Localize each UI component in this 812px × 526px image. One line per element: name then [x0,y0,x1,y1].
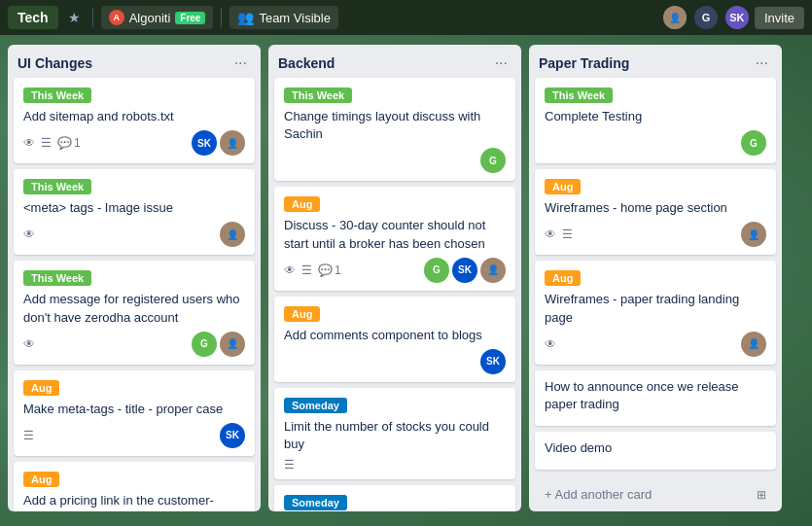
list-item[interactable]: This WeekChange timings layout discuss w… [274,78,515,181]
comment-icon: 💬1 [57,136,81,150]
list-header-paper-trading: Paper Trading··· [529,45,782,78]
card-text: Make meta-tags - title - proper case [23,401,245,418]
card-avatar-face[interactable]: 👤 [741,222,766,247]
card-avatar-sk[interactable]: SK [220,423,245,448]
list-paper-trading: Paper Trading···This WeekComplete Testin… [529,45,782,511]
avatar-user[interactable]: 👤 [661,4,688,31]
card-avatars: G [480,148,506,173]
card-label-tag: This Week [545,88,613,103]
list-item[interactable]: This WeekAdd sitemap and robots.txt👁☰💬1S… [14,78,255,163]
list-item[interactable]: SomedayAdmin panel... [274,485,515,511]
card-label-tag: Someday [284,398,347,413]
card-text: Add a pricing link in the customer-menu [23,492,245,511]
list-icon: ☰ [301,263,312,277]
star-button[interactable]: ★ [64,6,85,29]
list-backend: Backend···This WeekChange timings layout… [268,45,521,511]
card-label-tag: This Week [23,179,91,194]
list-item[interactable]: This WeekComplete TestingG [535,78,776,163]
card-avatar-sk[interactable]: SK [452,258,477,283]
card-label-tag: Aug [545,179,581,194]
list-item[interactable]: This WeekAdd message for registered user… [14,261,255,364]
card-text: Video demo [545,439,766,457]
card-avatars: SK [220,423,245,448]
card-avatar-sk[interactable]: SK [480,349,506,374]
list-header-ui-changes: UI Changes··· [8,45,261,78]
algoniti-name: Algoniti [129,11,171,25]
list-item[interactable]: How to announce once we release paper tr… [535,370,776,426]
free-badge: Free [175,12,205,24]
card-avatar-g[interactable]: G [192,332,217,357]
list-item[interactable]: AugDiscuss - 30-day counter should not s… [274,187,515,290]
card-icon-group: ☰ [284,458,295,472]
card-avatars: 👤 [741,332,766,357]
list-title-backend: Backend [278,55,335,71]
list-menu-backend[interactable]: ··· [491,53,512,74]
card-label-tag: Aug [23,380,59,396]
avatar-sk[interactable]: SK [724,4,751,31]
card-avatar-face[interactable]: 👤 [220,332,245,357]
list-icon: ☰ [23,429,34,442]
avatar-g[interactable]: G [692,4,720,31]
board: UI Changes···This WeekAdd sitemap and ro… [0,35,812,526]
list-item[interactable]: This Week<meta> tags - Image issue👁👤 [14,169,255,255]
add-card-button[interactable]: + Add another card⊞ [535,481,776,508]
card-footer: 👁👤 [545,332,766,357]
card-avatar-g[interactable]: G [480,148,506,173]
card-icon-group: 👁☰💬1 [284,263,341,277]
card-label-tag: Aug [284,196,320,212]
card-text: Add comments component to blogs [284,327,506,344]
card-footer: 👁☰💬1SK👤 [23,130,245,156]
header-divider-2 [221,8,222,27]
list-title-ui-changes: UI Changes [18,55,92,71]
card-avatars: G👤 [192,332,245,357]
eye-icon: 👁 [23,337,35,351]
eye-icon: 👁 [545,337,556,351]
card-avatar-face[interactable]: 👤 [220,222,245,247]
card-text: Add sitemap and robots.txt [23,108,245,125]
people-icon: 👥 [237,10,254,25]
team-label: Team Visible [259,11,330,25]
list-menu-paper-trading[interactable]: ··· [752,53,772,74]
eye-icon: 👁 [23,228,35,241]
board-name[interactable]: Tech [8,6,58,29]
algoniti-button[interactable]: A Algoniti Free [101,6,214,29]
list-item[interactable]: AugAdd a pricing link in the customer-me… [14,462,255,511]
team-visible-button[interactable]: 👥 Team Visible [229,6,337,29]
card-label-tag: Aug [23,472,59,487]
card-icon-group: ☰ [23,429,34,442]
eye-icon: 👁 [23,136,35,150]
card-label-tag: This Week [23,270,91,286]
list-item[interactable]: AugWireframes - home page section👁☰👤 [535,169,776,255]
card-label-tag: This Week [23,88,91,103]
card-avatars: SK👤 [192,130,245,156]
list-menu-ui-changes[interactable]: ··· [230,53,251,74]
list-content-paper-trading: This WeekComplete TestingGAugWireframes … [529,78,782,481]
comment-icon: 💬1 [318,263,341,277]
card-avatars: GSK👤 [424,258,506,283]
card-text: Complete Testing [545,108,766,125]
list-icon: ☰ [562,228,573,241]
list-item[interactable]: Video demo [535,432,776,470]
card-avatar-g[interactable]: G [741,130,766,156]
card-footer: ☰ [284,458,506,472]
invite-button[interactable]: Invite [755,7,804,29]
card-avatar-g[interactable]: G [424,258,449,283]
card-avatar-sk[interactable]: SK [192,130,217,156]
card-avatar-face[interactable]: 👤 [220,130,245,156]
list-ui-changes: UI Changes···This WeekAdd sitemap and ro… [8,45,261,511]
list-item[interactable]: AugAdd comments component to blogsSK [274,297,515,382]
card-avatars: 👤 [220,222,245,247]
card-avatars: 👤 [741,222,766,247]
card-avatar-face[interactable]: 👤 [480,258,506,283]
list-item[interactable]: SomedayLimit the number of stocks you co… [274,388,515,479]
list-item[interactable]: AugMake meta-tags - title - proper case☰… [14,370,255,456]
comment-count: 1 [335,263,341,277]
header: Tech ★ A Algoniti Free 👥 Team Visible 👤 … [0,0,812,35]
card-footer: ☰SK [23,423,245,448]
list-icon: ☰ [41,136,52,150]
card-label-tag: Someday [284,495,347,510]
eye-icon: 👁 [545,228,556,241]
card-avatar-face[interactable]: 👤 [741,332,766,357]
list-item[interactable]: AugWireframes - paper trading landing pa… [535,261,776,364]
card-text: Change timings layout discuss with Sachi… [284,108,506,143]
